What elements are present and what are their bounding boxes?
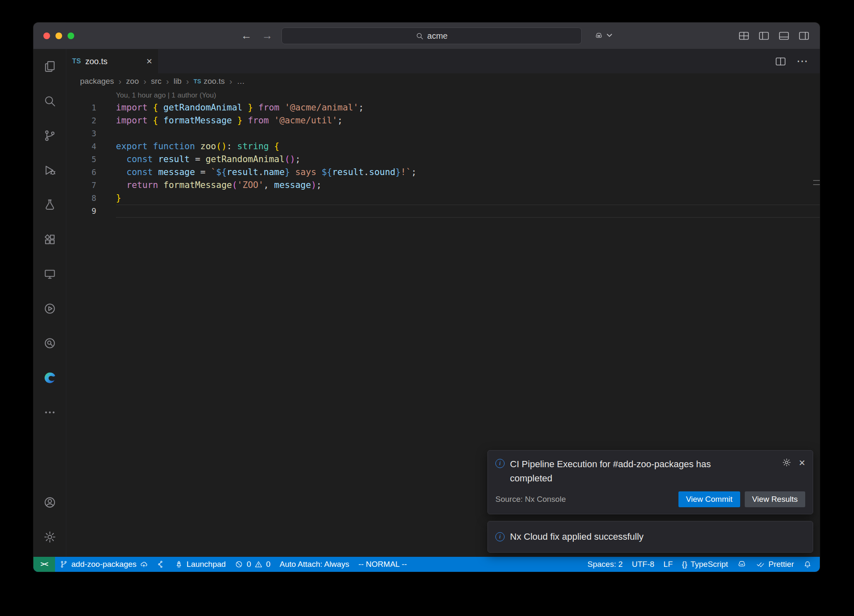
line-number: 5	[66, 153, 116, 166]
account-icon[interactable]	[33, 485, 66, 520]
search-icon	[416, 32, 424, 40]
prettier-status[interactable]: Prettier	[751, 557, 799, 572]
remote-indicator[interactable]: ><	[33, 557, 55, 572]
close-window-button[interactable]	[43, 33, 50, 39]
notification-toast-nx-cloud: i Nx Cloud fix applied successfully	[487, 521, 813, 553]
launchpad-status[interactable]: Launchpad	[170, 557, 230, 572]
source-control-graph-icon	[157, 560, 166, 568]
notification-message: Nx Cloud fix applied successfully	[510, 530, 643, 544]
edge-browser-icon[interactable]	[33, 361, 66, 395]
testing-icon[interactable]	[33, 188, 66, 222]
warning-count: 0	[266, 560, 271, 569]
notification-toast-ci-pipeline: i CI Pipeline Execution for #add-zoo-pac…	[487, 450, 813, 514]
auto-attach-status[interactable]: Auto Attach: Always	[275, 557, 354, 572]
line-number: 7	[66, 179, 116, 192]
warnings-icon	[254, 560, 263, 568]
launchpad-label: Launchpad	[186, 560, 226, 569]
line-number: 3	[66, 127, 116, 140]
braces-icon: {}	[682, 560, 687, 569]
customize-layout-icon[interactable]	[739, 32, 749, 40]
line-number: 8	[66, 192, 116, 205]
code-line[interactable]: 3	[66, 127, 820, 140]
copilot-menu[interactable]	[594, 23, 612, 49]
breadcrumb-item[interactable]: TSzoo.ts	[193, 77, 225, 86]
encoding-status[interactable]: UTF-8	[627, 557, 659, 572]
notification-center: i CI Pipeline Execution for #add-zoo-pac…	[487, 450, 813, 553]
status-bar: >< add-zoo-packages Launchpad	[33, 557, 820, 572]
code-line[interactable]: 9	[66, 205, 820, 218]
explorer-icon[interactable]	[33, 49, 66, 84]
error-count: 0	[246, 560, 251, 569]
notification-source: Source: Nx Console	[495, 495, 566, 504]
code-line[interactable]: 1import { getRandomAnimal } from '@acme/…	[66, 101, 820, 114]
additional-views-icon[interactable]	[33, 395, 66, 430]
eol-status[interactable]: LF	[659, 557, 677, 572]
gitlens-blame-lens[interactable]: You, 1 hour ago | 1 author (You)	[66, 89, 820, 101]
navigate-forward-button[interactable]: →	[262, 29, 273, 42]
vim-mode-status[interactable]: -- NORMAL --	[354, 557, 411, 572]
problems-status[interactable]: 0 0	[230, 557, 275, 572]
rocket-icon	[175, 560, 183, 568]
line-number: 6	[66, 166, 116, 179]
breadcrumb-item[interactable]: zoo	[126, 77, 139, 86]
code-line[interactable]: 4export function zoo(): string {	[66, 140, 820, 153]
code-area: 1import { getRandomAnimal } from '@acme/…	[66, 101, 820, 218]
double-check-icon	[756, 560, 765, 568]
command-center-search[interactable]: acme	[281, 28, 582, 44]
navigate-back-button[interactable]: ←	[241, 29, 252, 42]
source-control-graph-status[interactable]	[153, 557, 170, 572]
close-notification-icon[interactable]: ×	[799, 457, 805, 468]
branch-status[interactable]: add-zoo-packages	[55, 557, 153, 572]
breadcrumb-item[interactable]: …	[237, 77, 245, 86]
errors-icon	[235, 560, 243, 568]
copilot-icon	[737, 560, 746, 569]
breadcrumb-separator-icon: ›	[143, 76, 146, 86]
notification-message: CI Pipeline Execution for #add-zoo-packa…	[510, 457, 725, 486]
info-icon: i	[495, 459, 505, 468]
close-tab-icon[interactable]: ×	[146, 56, 152, 66]
copilot-icon	[594, 32, 604, 40]
title-bar: ← → acme	[33, 23, 820, 49]
run-debug-icon[interactable]	[33, 153, 66, 188]
window-controls	[33, 33, 74, 39]
extensions-icon[interactable]	[33, 222, 66, 257]
toggle-primary-sidebar-icon[interactable]	[759, 32, 769, 40]
command-center-text: acme	[427, 31, 448, 41]
copilot-status[interactable]	[733, 557, 751, 572]
search-view-icon[interactable]	[33, 84, 66, 118]
code-line[interactable]: 7 return formatMessage('ZOO', message);	[66, 179, 820, 192]
overview-ruler-mark	[813, 180, 820, 181]
zoom-window-button[interactable]	[68, 33, 74, 39]
notifications-bell[interactable]	[799, 557, 816, 572]
source-control-icon[interactable]	[33, 118, 66, 153]
code-line[interactable]: 5 const result = getRandomAnimal();	[66, 153, 820, 166]
remote-icon: ><	[40, 560, 48, 568]
tab-zoo-ts[interactable]: TS zoo.ts ×	[66, 49, 158, 73]
code-line[interactable]: 8}	[66, 192, 820, 205]
nx-console-icon[interactable]	[33, 291, 66, 326]
chevron-down-icon	[607, 34, 612, 38]
indentation-status[interactable]: Spaces: 2	[583, 557, 628, 572]
minimize-window-button[interactable]	[55, 33, 62, 39]
breadcrumb-item[interactable]: lib	[173, 77, 181, 86]
breadcrumb-item[interactable]: src	[151, 77, 161, 86]
toggle-panel-icon[interactable]	[779, 32, 789, 40]
notification-settings-gear-icon[interactable]	[782, 458, 791, 467]
remote-explorer-icon[interactable]	[33, 257, 66, 291]
view-commit-button[interactable]: View Commit	[678, 491, 740, 507]
split-editor-icon[interactable]	[776, 57, 786, 66]
code-line[interactable]: 2import { formatMessage } from '@acme/ut…	[66, 114, 820, 127]
line-number: 1	[66, 101, 116, 114]
language-mode-status[interactable]: {} TypeScript	[677, 557, 732, 572]
settings-gear-icon[interactable]	[33, 520, 66, 554]
breadcrumb-item[interactable]: packages	[80, 77, 114, 86]
line-number: 9	[66, 205, 116, 218]
info-icon: i	[495, 532, 505, 541]
code-line[interactable]: 6 const message = `${result.name} says $…	[66, 166, 820, 179]
breadcrumb-separator-icon: ›	[166, 76, 169, 86]
breadcrumb-separator-icon: ›	[229, 76, 232, 86]
view-results-button[interactable]: View Results	[745, 491, 805, 507]
inspect-icon[interactable]	[33, 326, 66, 361]
tab-bar: TS zoo.ts × ⋯	[66, 49, 820, 73]
toggle-secondary-sidebar-icon[interactable]	[799, 32, 809, 40]
